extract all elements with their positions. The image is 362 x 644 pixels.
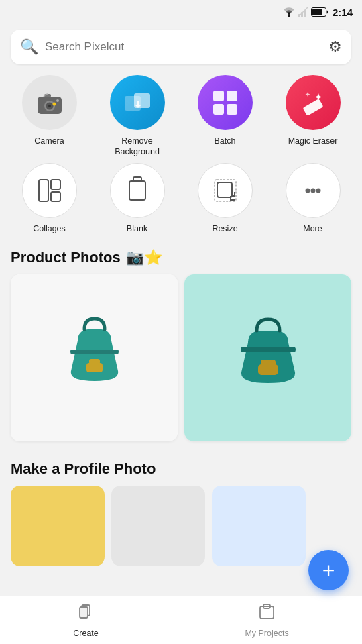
product-photo-2[interactable] — [184, 274, 351, 441]
svg-rect-19 — [227, 104, 237, 115]
more-label: More — [303, 223, 322, 234]
bag-image-1 — [11, 274, 178, 441]
resize-circle — [198, 163, 253, 218]
time-display: 2:14 — [333, 7, 353, 18]
search-icon: 🔍 — [20, 38, 38, 56]
collages-icon — [35, 176, 64, 205]
profile-thumb-1[interactable] — [11, 486, 105, 566]
collages-circle — [22, 163, 77, 218]
status-icons — [283, 7, 328, 17]
svg-rect-16 — [213, 91, 224, 101]
svg-rect-21 — [39, 180, 48, 201]
battery-icon — [311, 7, 328, 17]
svg-point-29 — [316, 188, 320, 193]
profile-section: Make a Profile Photo — [0, 452, 362, 620]
blank-circle — [110, 163, 165, 218]
svg-point-0 — [288, 15, 290, 17]
create-nav-icon — [76, 602, 95, 621]
more-icon — [298, 176, 328, 205]
nav-create[interactable]: Create — [73, 602, 99, 638]
tool-resize[interactable]: Resize — [184, 163, 266, 234]
tool-blank[interactable]: Blank — [96, 163, 178, 234]
batch-circle — [198, 75, 253, 130]
svg-rect-30 — [86, 363, 103, 372]
signal-blocked-icon — [298, 7, 308, 17]
more-circle — [286, 163, 341, 218]
svg-point-13 — [52, 103, 56, 106]
settings-icon[interactable]: ⚙ — [328, 38, 342, 56]
product-photo-1[interactable] — [11, 274, 178, 441]
remove-bg-label: RemoveBackground — [115, 136, 160, 158]
magic-eraser-circle — [286, 75, 341, 130]
svg-rect-35 — [80, 607, 88, 618]
status-bar: 2:14 — [0, 0, 362, 24]
camera-emoji: 📷⭐ — [126, 249, 162, 266]
create-icon — [76, 602, 95, 626]
tool-magic-eraser[interactable]: Magic Eraser — [272, 75, 354, 158]
svg-point-12 — [48, 105, 51, 107]
batch-label: Batch — [215, 136, 236, 146]
bag-image-2 — [184, 274, 351, 441]
blank-icon — [123, 176, 152, 205]
svg-rect-20 — [302, 99, 323, 116]
tool-camera[interactable]: Camera — [8, 75, 90, 158]
bag-svg-1 — [41, 304, 148, 411]
profile-thumb-3[interactable] — [212, 486, 306, 566]
svg-rect-17 — [227, 91, 237, 101]
wifi-icon — [283, 7, 295, 17]
search-input[interactable] — [45, 40, 322, 54]
remove-bg-icon — [122, 89, 153, 116]
tool-collages[interactable]: Collages — [8, 163, 90, 234]
profile-title: Make a Profile Photo — [11, 456, 351, 486]
batch-icon — [210, 88, 240, 117]
svg-rect-6 — [312, 9, 322, 15]
remove-bg-circle — [110, 75, 165, 130]
my-projects-icon — [257, 602, 276, 626]
camera-icon — [35, 90, 64, 115]
svg-point-27 — [305, 188, 310, 193]
product-photos-title: Product Photos 📷⭐ — [0, 239, 362, 274]
camera-label: Camera — [34, 136, 64, 146]
resize-label: Resize — [212, 223, 237, 234]
blank-label: Blank — [127, 223, 147, 234]
svg-point-11 — [56, 99, 59, 102]
svg-point-28 — [310, 188, 315, 193]
projects-nav-icon — [257, 602, 276, 621]
svg-rect-33 — [261, 360, 276, 366]
collages-label: Collages — [33, 223, 66, 234]
svg-rect-22 — [51, 180, 60, 189]
profile-thumb-2[interactable] — [111, 486, 205, 566]
bag-svg-2 — [215, 304, 322, 411]
tool-remove-bg[interactable]: RemoveBackground — [96, 75, 178, 158]
magic-eraser-icon — [298, 88, 328, 117]
svg-rect-23 — [51, 192, 60, 201]
photo-inner-2 — [184, 274, 351, 441]
create-label: Create — [73, 629, 99, 638]
camera-circle — [22, 75, 77, 130]
tool-more[interactable]: More — [272, 163, 354, 234]
svg-rect-24 — [129, 181, 145, 200]
tool-batch[interactable]: Batch — [184, 75, 266, 158]
fab-button[interactable]: + — [308, 550, 349, 590]
search-bar: 🔍 ⚙ — [11, 30, 351, 64]
resize-icon — [210, 176, 240, 205]
nav-my-projects[interactable]: My Projects — [245, 602, 288, 638]
bottom-nav: Create My Projects — [0, 596, 362, 644]
profile-thumbs — [11, 486, 351, 566]
svg-rect-26 — [217, 182, 232, 197]
photo-inner-1 — [11, 274, 178, 441]
magic-eraser-label: Magic Eraser — [288, 136, 338, 146]
photos-grid — [0, 274, 362, 452]
svg-rect-18 — [213, 104, 224, 115]
my-projects-label: My Projects — [245, 629, 288, 638]
tools-grid: Camera RemoveBackground Batch — [0, 75, 362, 239]
svg-rect-31 — [89, 359, 100, 364]
